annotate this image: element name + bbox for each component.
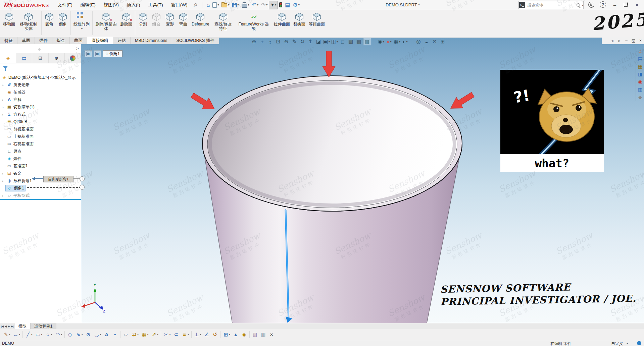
custom-properties-icon[interactable]: ▥ <box>638 87 642 92</box>
tree-item-2[interactable]: ▹A注解 <box>0 96 81 103</box>
zoom-in-out-icon[interactable]: ↕ <box>266 38 274 45</box>
add-relation-icon[interactable]: ∠ <box>202 331 211 339</box>
ribbon-button-fillet[interactable]: 圆角 <box>43 11 56 27</box>
sketch-picture-icon[interactable]: ▥ <box>259 331 267 339</box>
circle-icon-caret[interactable]: ▾ <box>51 333 52 336</box>
status-customize-label[interactable]: 自定义 <box>611 341 623 346</box>
repair-sketch-icon[interactable]: ↺ <box>211 331 219 339</box>
tree-item-0[interactable]: ▹↺历史记录 <box>0 81 81 89</box>
tree-item-8[interactable]: ▭右视基准面 <box>0 140 81 148</box>
save-icon[interactable]: ▾ <box>231 1 240 9</box>
corner-rectangle-icon[interactable]: ▭▾ <box>34 331 44 339</box>
freeform-bend-callout[interactable]: 自由形折弯1 <box>43 176 73 182</box>
spline-icon-caret[interactable]: ▾ <box>82 333 83 336</box>
wireframe-icon[interactable]: ▧ <box>347 38 354 45</box>
menu-item-view[interactable]: 视图(V) <box>100 0 123 10</box>
ribbon-button-move-face[interactable]: 移动面 <box>1 11 17 27</box>
tree-expand-icon[interactable]: ▹ <box>0 105 5 109</box>
point-icon[interactable]: • <box>111 331 119 339</box>
pin-menu-icon[interactable]: ⚲ <box>192 2 198 8</box>
mirror-entities-icon[interactable]: ⇄▾ <box>130 331 140 339</box>
options-gear-icon-caret[interactable]: ▾ <box>298 3 300 6</box>
solidworks-resources-home-icon[interactable]: ⌂ <box>639 48 641 54</box>
tree-expand-icon[interactable]: ▹ <box>0 194 5 197</box>
shadows-icon[interactable]: ◒ <box>423 38 430 45</box>
select-cursor-icon[interactable]: ➤▾ <box>269 1 278 9</box>
arc-icon[interactable]: ◠▾ <box>54 331 64 339</box>
ribbon-button-defeature[interactable]: Defeature <box>190 11 211 27</box>
minimize-window-button[interactable]: – <box>611 1 619 9</box>
help-icon[interactable]: ? <box>600 1 606 8</box>
tree-item-9[interactable]: ∟原点 <box>0 148 81 155</box>
view-palette-icon[interactable]: ◨ <box>638 71 642 77</box>
open-icon[interactable]: ▾ <box>220 1 231 9</box>
ribbon-button-offset-surface[interactable]: 等距曲面 <box>307 11 327 27</box>
convert-entities-icon[interactable]: ⊂ <box>172 331 180 339</box>
appearances-tab[interactable] <box>65 53 81 63</box>
panel-expand-icon[interactable]: > <box>76 46 79 51</box>
rotate-view-icon[interactable]: ↻ <box>299 38 306 45</box>
hidden-lines-icon[interactable]: □ <box>339 38 346 45</box>
tree-item-10[interactable]: ◈焊件 <box>0 155 81 162</box>
mirror-entities-icon-caret[interactable]: ▾ <box>137 333 139 336</box>
view-orientation-icon[interactable]: ▣▾ <box>323 38 330 45</box>
rollback-bar[interactable] <box>0 199 81 200</box>
line-icon[interactable]: ╱▾ <box>24 331 34 339</box>
smart-dimension-icon[interactable]: ↔▾ <box>12 331 22 339</box>
ribbon-button-replace-face[interactable]: 替换面 <box>292 11 307 27</box>
forum-icon[interactable]: ◆ <box>638 95 642 100</box>
dimxpert-tab[interactable]: ⊕ <box>49 53 65 63</box>
quick-snaps-icon-caret[interactable]: ▾ <box>229 333 230 336</box>
fullscreen-icon[interactable]: ⊞ <box>439 38 446 45</box>
menu-item-window[interactable]: 窗口(W) <box>167 0 192 10</box>
display-relations-icon-caret[interactable]: ▾ <box>200 333 201 336</box>
file-properties-icon[interactable]: ▤ <box>284 1 291 9</box>
arc-icon-caret[interactable]: ▾ <box>61 333 62 336</box>
display-style-icon-caret[interactable]: ▾ <box>337 40 338 43</box>
tab-evaluate[interactable]: 评估 <box>113 37 131 44</box>
view-settings-icon-caret[interactable]: ▾ <box>406 40 408 43</box>
breadcrumb-solid-icon[interactable]: ▣ <box>94 50 101 57</box>
text-icon[interactable]: A <box>102 331 111 339</box>
user-account-icon[interactable] <box>588 2 594 8</box>
filter-funnel-icon[interactable] <box>3 66 8 71</box>
apply-scene-icon-caret[interactable]: ▾ <box>399 40 400 43</box>
tab-mbd-dimensions[interactable]: MBD Dimensions <box>131 37 172 44</box>
tab-sheet-metal[interactable]: 钣金 <box>52 37 70 44</box>
trim-entities-icon[interactable]: ✂▾ <box>162 331 172 339</box>
smart-dimension-icon-caret[interactable]: ▾ <box>19 333 20 336</box>
pan-icon[interactable]: ＋ <box>258 38 266 45</box>
tree-item-15[interactable]: ▹▱平板型式 <box>0 192 81 199</box>
zoom-area-icon[interactable]: ⊡ <box>275 38 282 45</box>
tab-nav-icon-2[interactable]: ▶ <box>8 325 10 328</box>
tab-nav-icon-1[interactable]: ◀ <box>5 325 7 328</box>
tree-expand-icon[interactable]: ▹ <box>0 83 5 87</box>
corner-rectangle-icon-caret[interactable]: ▾ <box>41 333 43 336</box>
polygon-icon[interactable]: ◇ <box>66 331 74 339</box>
pane-previous-icon[interactable]: ◃ <box>609 38 616 43</box>
close-window-button[interactable]: × <box>633 1 641 9</box>
sketch-icon[interactable]: ✎▾ <box>2 331 12 339</box>
ellipse-icon[interactable]: ⊙ <box>84 331 93 339</box>
tab-nav-icon-0[interactable]: |◀ <box>1 325 4 328</box>
sketch-fillet-icon-caret[interactable]: ▾ <box>100 333 101 336</box>
sketch-fillet-icon[interactable]: ◡▾ <box>93 331 103 339</box>
tab-nav-icon-3[interactable]: ▶| <box>11 325 14 328</box>
appearances-scenes-icon[interactable]: ◉ <box>638 79 642 84</box>
breadcrumb-body-icon[interactable]: ▣ <box>85 50 92 57</box>
search-icon[interactable] <box>577 3 580 7</box>
breadcrumb-feature-chip[interactable]: ◇ 倒角1 <box>103 50 122 57</box>
shaded-edges-icon[interactable]: ▩ <box>363 38 371 45</box>
tab-direct-editing[interactable]: 直接编辑 <box>87 37 113 44</box>
view-settings-icon[interactable]: ◐▾ <box>401 38 409 45</box>
ribbon-button-featureworks-options[interactable]: ✔✔FeatureWorks 选项 <box>235 11 272 32</box>
tree-expand-icon[interactable]: ▹ <box>0 113 5 116</box>
trim-entities-icon-caret[interactable]: ▾ <box>169 333 171 336</box>
offset-entities-icon-caret[interactable]: ▾ <box>188 333 189 336</box>
plane-icon[interactable]: ▱ <box>121 331 130 339</box>
ribbon-button-linear-pattern[interactable]: 线性阵列▾ <box>72 11 91 32</box>
configurations-tab[interactable]: ⊟ <box>32 53 48 63</box>
propertymanager-tab[interactable]: ▤ <box>16 53 32 63</box>
sketch-icon-caret[interactable]: ▾ <box>9 333 10 336</box>
zoom-previous-icon[interactable]: ⊖ <box>283 38 290 45</box>
